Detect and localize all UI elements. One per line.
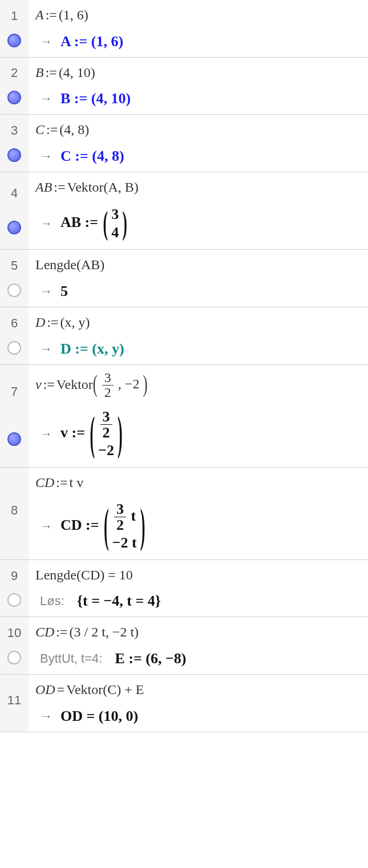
output-prefix: ByttUt, t=4:: [40, 651, 102, 666]
output-expression: → 5: [35, 283, 361, 300]
visibility-toggle-icon[interactable]: [7, 91, 21, 104]
visibility-toggle-icon[interactable]: [7, 341, 21, 355]
input-expression[interactable]: OD = Vektor(C) + E: [35, 680, 361, 700]
cas-row[interactable]: 6 D := (x, y) → D := (x, y): [0, 307, 368, 365]
output-expression: ByttUt, t=4: E := (6, −8): [35, 650, 361, 667]
input-expression[interactable]: AB := Vektor(A, B): [35, 178, 361, 197]
input-expression[interactable]: A := (1, 6): [35, 6, 361, 25]
input-expression[interactable]: v := Vektor ( 3 2 , −2 ): [35, 371, 361, 400]
input-expression[interactable]: D := (x, y): [35, 313, 361, 332]
vector-icon: ( 3 4 ): [103, 205, 127, 242]
output-value: v := ( 3 2 −2 ): [60, 408, 124, 460]
row-number: 9: [11, 569, 18, 583]
assign-op: :=: [46, 6, 57, 25]
row-gutter: 6: [0, 307, 29, 364]
vector-icon: ( 3 2 t −2 t ): [104, 500, 145, 553]
input-expression[interactable]: B := (4, 10): [35, 63, 361, 83]
output-value: 5: [60, 283, 68, 300]
row-number: 1: [11, 9, 18, 23]
input-var: A: [35, 6, 44, 25]
row-gutter: 7: [0, 365, 29, 467]
visibility-toggle-icon[interactable]: [7, 221, 21, 234]
output-value: C := (4, 8): [60, 148, 124, 165]
assign-op: :=: [47, 313, 58, 332]
row-number: 10: [7, 626, 21, 640]
cas-row[interactable]: 5 Lengde(AB) → 5: [0, 250, 368, 307]
input-rest: Lengde(AB): [35, 255, 104, 275]
output-value: AB := ( 3 4 ): [60, 205, 128, 242]
output-value: B := (4, 10): [60, 90, 131, 107]
row-gutter: 11: [0, 675, 29, 732]
output-value: {t = −4, t = 4}: [77, 593, 161, 610]
assign-op: :=: [43, 375, 55, 395]
input-var: AB: [35, 178, 52, 197]
row-number: 5: [11, 258, 18, 273]
output-value: E := (6, −8): [115, 650, 186, 667]
output-value: D := (x, y): [60, 340, 124, 358]
output-arrow-icon: →: [40, 427, 52, 441]
visibility-toggle-icon[interactable]: [7, 34, 21, 47]
input-expression[interactable]: CD := t v: [35, 473, 361, 493]
output-arrow-icon: →: [40, 216, 52, 231]
visibility-toggle-icon[interactable]: [7, 283, 21, 297]
row-content: CD := t v → CD := ( 3 2: [29, 468, 368, 559]
cas-row[interactable]: 11 OD = Vektor(C) + E → OD = (10, 0): [0, 675, 368, 732]
input-expression[interactable]: Lengde(AB): [35, 255, 361, 275]
row-number: 3: [11, 123, 18, 138]
row-content: CD := (3 / 2 t, −2 t) ByttUt, t=4: E := …: [29, 617, 368, 674]
output-var: CD :=: [60, 517, 103, 533]
output-arrow-icon: →: [40, 709, 52, 724]
row-number: 11: [7, 693, 21, 708]
output-expression: → B := (4, 10): [35, 90, 361, 107]
cas-row[interactable]: 1 A := (1, 6) → A := (1, 6): [0, 0, 368, 58]
row-gutter: 10: [0, 617, 29, 674]
cas-row[interactable]: 2 B := (4, 10) → B := (4, 10): [0, 58, 368, 115]
cas-row[interactable]: 4 AB := Vektor(A, B) → AB := ( 3 4: [0, 172, 368, 250]
frac-num: 3: [100, 409, 112, 425]
input-expression[interactable]: CD := (3 / 2 t, −2 t): [35, 623, 361, 642]
fraction-icon: 3 2: [114, 501, 126, 533]
output-expression: → D := (x, y): [35, 340, 361, 358]
t-var: t: [127, 508, 136, 524]
row-content: OD = Vektor(C) + E → OD = (10, 0): [29, 675, 368, 732]
cas-row[interactable]: 3 C := (4, 8) → C := (4, 8): [0, 115, 368, 172]
row-number: 2: [11, 66, 18, 80]
input-var: CD: [35, 473, 54, 493]
output-expression: → AB := ( 3 4 ): [35, 205, 361, 242]
input-var: B: [35, 63, 44, 83]
paren-group: ( 3 2 , −2 ): [93, 371, 148, 400]
row-number: 4: [11, 186, 18, 201]
input-rest: (4, 10): [59, 63, 95, 83]
cas-row[interactable]: 7 v := Vektor ( 3 2 , −2 ): [0, 365, 368, 468]
input-rest: Lengde(CD) = 10: [35, 566, 133, 585]
second-arg: −2: [125, 376, 140, 391]
row-content: D := (x, y) → D := (x, y): [29, 307, 368, 364]
cas-row[interactable]: 9 Lengde(CD) = 10 Løs: {t = −4, t = 4}: [0, 560, 368, 618]
cas-row[interactable]: 10 CD := (3 / 2 t, −2 t) ByttUt, t=4: E …: [0, 617, 368, 675]
input-var: D: [35, 313, 45, 332]
assign-op: :=: [56, 623, 67, 642]
visibility-toggle-icon[interactable]: [7, 593, 21, 607]
row-content: AB := Vektor(A, B) → AB := ( 3 4 ): [29, 172, 368, 250]
row-gutter: 8: [0, 468, 29, 559]
vector-bot: −2 t: [112, 534, 137, 551]
vector-bot: −2: [98, 442, 114, 459]
frac-den: 2: [114, 517, 126, 533]
row-content: Lengde(AB) → 5: [29, 250, 368, 307]
row-content: B := (4, 10) → B := (4, 10): [29, 58, 368, 115]
input-rest: (4, 8): [59, 120, 89, 140]
input-var: C: [35, 120, 45, 140]
visibility-toggle-icon[interactable]: [7, 651, 21, 664]
visibility-toggle-icon[interactable]: [7, 148, 21, 162]
input-rest: (1, 6): [59, 6, 88, 25]
input-expression[interactable]: C := (4, 8): [35, 120, 361, 140]
fraction-icon: 3 2: [102, 371, 114, 400]
row-gutter: 5: [0, 250, 29, 307]
visibility-toggle-icon[interactable]: [7, 432, 21, 446]
input-expression[interactable]: Lengde(CD) = 10: [35, 566, 361, 585]
cas-row[interactable]: 8 CD := t v → CD := ( 3: [0, 468, 368, 560]
output-expression: → C := (4, 8): [35, 148, 361, 165]
frac-den: 2: [100, 425, 112, 440]
row-gutter: 2: [0, 58, 29, 115]
row-content: A := (1, 6) → A := (1, 6): [29, 0, 368, 57]
